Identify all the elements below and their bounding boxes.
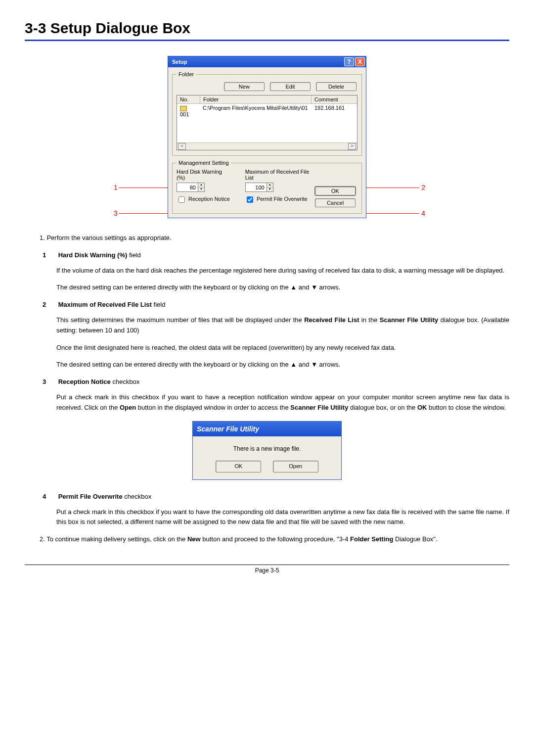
reception-notice-input[interactable] [178, 196, 185, 203]
up-arrow-icon [290, 284, 297, 291]
item-4-title-rest: checkbox [123, 493, 152, 500]
reception-notice-label: Reception Notice [188, 196, 230, 202]
folder-icon [180, 106, 187, 111]
reception-notice-checkbox[interactable]: Reception Notice [177, 195, 230, 204]
sfu-message: There is a new image file. [199, 444, 335, 454]
step-1: 1. Perform the various settings as appro… [40, 233, 509, 243]
close-icon[interactable]: X [355, 57, 365, 66]
item-1-title-bold: Hard Disk Warning (%) [58, 251, 128, 259]
scroll-left-icon[interactable]: < [178, 143, 186, 150]
page-number: Page 3-5 [25, 567, 509, 574]
step-2: 2. To continue making delivery settings,… [40, 534, 509, 545]
row-folder: C:\Program Files\Kyocera Mita\FileUtilit… [200, 104, 312, 118]
permit-overwrite-checkbox[interactable]: Permit File Overwrite [245, 195, 308, 204]
footer-rule [25, 565, 509, 565]
item-1-p1: If the volume of data on the hard disk r… [56, 266, 509, 276]
item-2-title-bold: Maximum of Received File List [58, 301, 152, 308]
folder-list[interactable]: No. Folder Comment 001 C:\Program Files\… [177, 95, 357, 150]
item-3-heading: 3 Reception Notice checkbox [56, 377, 509, 387]
item-4-heading: 4 Permit File Overwrite checkbox [56, 492, 509, 502]
spin-up-icon[interactable]: ▲ [198, 183, 204, 188]
down-arrow-icon [311, 361, 317, 368]
item-1-p2: The desired setting can be entered direc… [56, 283, 509, 293]
item-1-heading: 1 Hard Disk Warning (%) field [56, 250, 509, 261]
callout-4: 4 [421, 209, 425, 217]
hscroll[interactable]: < > [177, 142, 357, 150]
edit-button[interactable]: Edit [270, 82, 311, 91]
item-4-num: 4 [43, 492, 56, 502]
folder-list-header: No. Folder Comment [177, 95, 357, 104]
sfu-open-button[interactable]: Open [273, 461, 318, 472]
spin-up-icon[interactable]: ▲ [267, 183, 273, 188]
sfu-title: Scanner File Utility [193, 422, 341, 436]
scroll-right-icon[interactable]: > [348, 143, 356, 150]
item-1-num: 1 [43, 250, 56, 261]
hd-warning-label: Hard Disk Warning (%) [177, 169, 230, 181]
callout-1-line [119, 188, 173, 188]
folder-group: Folder New Edit Delete No. Folder Commen… [172, 71, 362, 156]
max-list-label: Maximum of Received File List [245, 169, 317, 181]
heading-rule [25, 40, 509, 41]
item-4-title-bold: Permit File Overwrite [58, 493, 123, 500]
item-3-title-bold: Reception Notice [58, 378, 111, 385]
spin-down-icon[interactable]: ▼ [198, 188, 204, 191]
setup-dialog: Setup ? X Folder New Edit Delete No. Fol… [168, 56, 366, 218]
col-folder[interactable]: Folder [200, 95, 312, 103]
max-list-field: Maximum of Received File List ▲ ▼ [245, 169, 317, 192]
callout-2: 2 [421, 184, 425, 191]
spin-down-icon[interactable]: ▼ [267, 188, 273, 191]
row-no: 001 [180, 111, 189, 117]
max-list-spinner[interactable]: ▲ ▼ [245, 183, 273, 192]
dialog-titlebar: Setup ? X [168, 56, 366, 67]
item-3-title-rest: checkbox [111, 378, 140, 385]
item-2-num: 2 [43, 300, 56, 310]
hd-warning-input[interactable] [177, 184, 198, 191]
item-1-title-rest: field [127, 251, 140, 259]
row-comment: 192.168.161 [312, 104, 357, 118]
ok-button[interactable]: OK [315, 187, 356, 195]
item-2-heading: 2 Maximum of Received File List field [56, 300, 509, 310]
item-2-p2: Once the limit designated here is reache… [56, 343, 509, 353]
item-3-num: 3 [43, 377, 56, 387]
up-arrow-icon [290, 361, 297, 368]
section-heading: 3-3 Setup Dialogue Box [25, 20, 509, 37]
col-no[interactable]: No. [177, 95, 200, 103]
callout-3: 3 [114, 209, 118, 217]
mgmt-legend: Management Setting [177, 160, 231, 166]
folder-legend: Folder [177, 71, 196, 77]
cancel-button[interactable]: Cancel [315, 198, 356, 207]
help-icon[interactable]: ? [344, 57, 354, 66]
body-text: 1. Perform the various settings as appro… [25, 233, 509, 545]
col-comment[interactable]: Comment [312, 95, 357, 103]
sfu-ok-button[interactable]: OK [216, 461, 261, 472]
item-2-p1: This setting determines the maximum numb… [56, 315, 509, 336]
permit-overwrite-label: Permit File Overwrite [257, 196, 308, 202]
sfu-dialog: Scanner File Utility There is a new imag… [192, 421, 342, 480]
max-list-input[interactable] [246, 184, 267, 191]
hd-warning-spinner[interactable]: ▲ ▼ [177, 183, 205, 192]
permit-overwrite-input[interactable] [247, 196, 253, 203]
item-2-p3: The desired setting can be entered direc… [56, 360, 509, 370]
setup-dialog-figure: 1 2 3 4 Setup ? X Folder New Edit Delete… [109, 56, 425, 218]
new-button[interactable]: New [224, 82, 265, 91]
callout-1: 1 [114, 184, 118, 191]
table-row[interactable]: 001 C:\Program Files\Kyocera Mita\FileUt… [177, 104, 357, 118]
down-arrow-icon [311, 284, 317, 291]
delete-button[interactable]: Delete [316, 82, 356, 91]
dialog-title: Setup [172, 59, 343, 65]
item-4-p1: Put a check mark in this checkbox if you… [56, 507, 509, 528]
hd-warning-field: Hard Disk Warning (%) ▲ ▼ [177, 169, 230, 192]
item-3-p1: Put a check mark in this checkbox if you… [56, 392, 509, 413]
item-2-title-rest: field [152, 301, 165, 308]
management-setting-group: Management Setting Hard Disk Warning (%)… [172, 160, 362, 214]
